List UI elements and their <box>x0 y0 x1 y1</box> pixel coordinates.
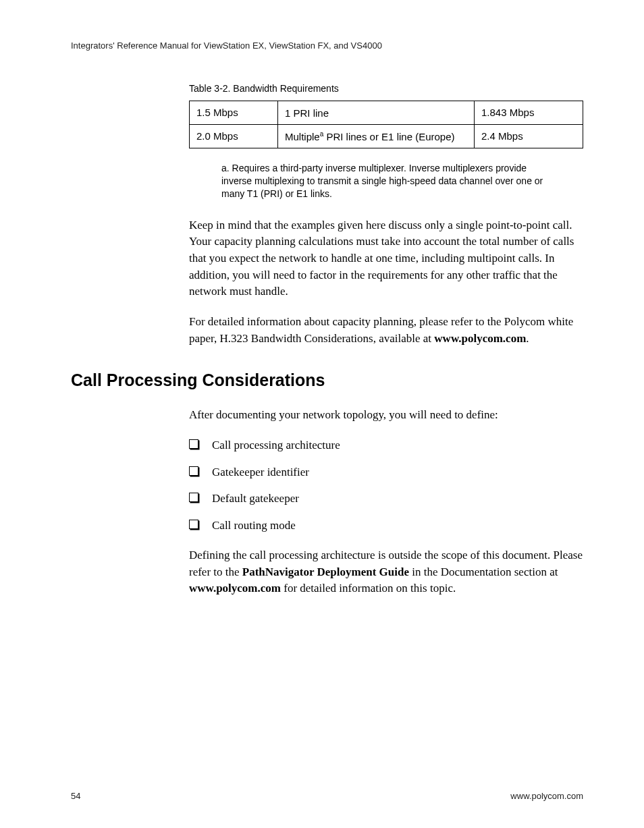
list-item: Gatekeeper identifier <box>189 464 583 480</box>
cell-requirement: Multiplea PRI lines or E1 line (Europe) <box>278 125 475 148</box>
footer-url: www.polycom.com <box>510 791 583 801</box>
page: Integrators' Reference Manual for ViewSt… <box>0 0 644 828</box>
cell-text-post: PRI lines or E1 line (Europe) <box>323 131 454 142</box>
table-footnote: a. Requires a third-party inverse multip… <box>221 162 545 200</box>
cell-requirement: 1 PRI line <box>278 101 475 125</box>
closing-bold-guide: PathNavigator Deployment Guide <box>242 565 409 578</box>
cell-text: 1 PRI line <box>285 107 329 119</box>
para-bold-url: www.polycom.com <box>434 332 526 345</box>
page-footer: 54 www.polycom.com <box>71 777 583 801</box>
section-intro: After documenting your network topology,… <box>189 407 583 424</box>
table-row: 1.5 Mbps 1 PRI line 1.843 Mbps <box>190 101 583 125</box>
cell-bandwidth: 1.843 Mbps <box>475 101 583 125</box>
closing-post: for detailed information on this topic. <box>281 582 456 595</box>
body-paragraph: Keep in mind that the examples given her… <box>189 217 583 300</box>
page-number: 54 <box>71 791 80 801</box>
main-content: Table 3-2. Bandwidth Requirements 1.5 Mb… <box>189 83 583 777</box>
running-header: Integrators' Reference Manual for ViewSt… <box>71 40 583 51</box>
table-row: 2.0 Mbps Multiplea PRI lines or E1 line … <box>190 125 583 148</box>
cell-rate: 2.0 Mbps <box>190 125 278 148</box>
list-item: Default gatekeeper <box>189 491 583 507</box>
cell-text: Multiple <box>285 131 320 142</box>
body-paragraph: For detailed information about capacity … <box>189 314 583 347</box>
closing-bold-url: www.polycom.com <box>189 582 281 595</box>
cell-rate: 1.5 Mbps <box>190 101 278 125</box>
cell-bandwidth: 2.4 Mbps <box>475 125 583 148</box>
table-caption: Table 3-2. Bandwidth Requirements <box>189 83 583 94</box>
section-heading: Call Processing Considerations <box>71 370 583 390</box>
closing-mid: in the Documentation section at <box>409 565 558 578</box>
list-item: Call routing mode <box>189 518 583 534</box>
section-closing: Defining the call processing architectur… <box>189 547 583 597</box>
para-text-post: . <box>526 332 529 345</box>
checklist: Call processing architecture Gatekeeper … <box>189 437 583 534</box>
bandwidth-table: 1.5 Mbps 1 PRI line 1.843 Mbps 2.0 Mbps … <box>189 101 583 148</box>
list-item: Call processing architecture <box>189 437 583 453</box>
